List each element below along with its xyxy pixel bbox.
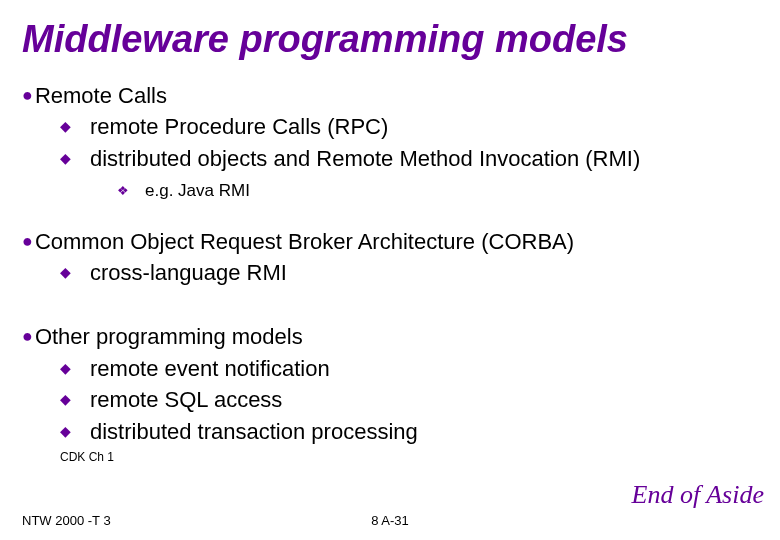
diamond-bullet-icon: ◆ [60, 258, 90, 288]
l2-text: remote Procedure Calls (RPC) [90, 112, 388, 142]
l2-item: ◆ remote SQL access [60, 385, 758, 415]
l2-item: ◆ remote event notification [60, 354, 758, 384]
diamond-bullet-icon: ◆ [60, 144, 90, 174]
l1-item: ● Other programming models [22, 322, 758, 352]
l2-text: distributed objects and Remote Method In… [90, 144, 640, 174]
circle-bullet-icon: ● [22, 227, 33, 257]
diamond-bullet-icon: ◆ [60, 417, 90, 447]
l1-text: Remote Calls [35, 81, 167, 111]
l2-item: ◆ distributed objects and Remote Method … [60, 144, 758, 174]
l1-item: ● Common Object Request Broker Architect… [22, 227, 758, 257]
l3-item: ❖ e.g. Java RMI [117, 180, 758, 203]
slide: Middleware programming models ● Remote C… [0, 0, 780, 540]
l2-item: ◆ cross-language RMI [60, 258, 758, 288]
slide-title: Middleware programming models [22, 18, 758, 61]
circle-bullet-icon: ● [22, 322, 33, 352]
l1-text: Other programming models [35, 322, 303, 352]
footer-left: NTW 2000 -T 3 [22, 513, 111, 528]
l2-text: remote event notification [90, 354, 330, 384]
circle-bullet-icon: ● [22, 81, 33, 111]
diamond-bullet-icon: ◆ [60, 112, 90, 142]
slide-body: ● Remote Calls ◆ remote Procedure Calls … [22, 81, 758, 465]
diamond-bullet-icon: ◆ [60, 385, 90, 415]
page-number: 8 A-31 [0, 513, 780, 528]
l1-text: Common Object Request Broker Architectur… [35, 227, 574, 257]
end-of-aside-label: End of Aside [632, 480, 764, 510]
clover-bullet-icon: ❖ [117, 180, 145, 203]
chapter-reference: CDK Ch 1 [60, 449, 758, 465]
l2-text: distributed transaction processing [90, 417, 418, 447]
diamond-bullet-icon: ◆ [60, 354, 90, 384]
l3-text: e.g. Java RMI [145, 180, 250, 203]
l2-text: remote SQL access [90, 385, 282, 415]
l2-item: ◆ distributed transaction processing [60, 417, 758, 447]
l2-text: cross-language RMI [90, 258, 287, 288]
l1-item: ● Remote Calls [22, 81, 758, 111]
l2-item: ◆ remote Procedure Calls (RPC) [60, 112, 758, 142]
